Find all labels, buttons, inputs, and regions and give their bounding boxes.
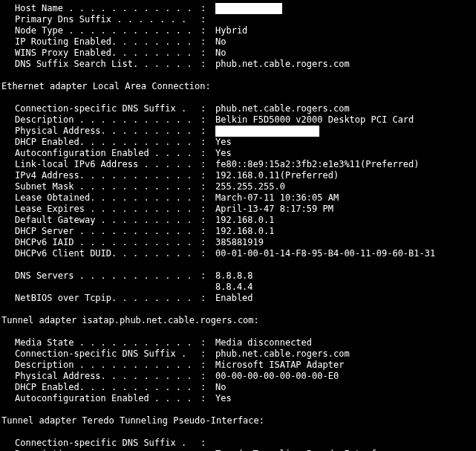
field-label: Physical Address. . . . . . . . . xyxy=(15,371,200,382)
separator: : xyxy=(200,170,215,181)
separator: : xyxy=(200,148,215,159)
field-value: phub.net.cable.rogers.com xyxy=(215,348,475,360)
field-label: Autoconfiguration Enabled . . . . xyxy=(15,148,200,159)
field-label: DNS Servers . . . . . . . . . . . xyxy=(15,270,200,282)
separator: : xyxy=(200,114,215,126)
separator: : xyxy=(200,270,215,282)
field-value: Hybrid xyxy=(215,25,475,36)
separator: : xyxy=(200,103,215,114)
output-row: Autoconfiguration Enabled . . . .: Yes xyxy=(1,393,475,404)
output-row: Primary Dns Suffix . . . . . . .: xyxy=(1,14,475,25)
section-header: Tunnel adapter Teredo Tunneling Pseudo-I… xyxy=(1,415,475,426)
field-value: Yes xyxy=(215,137,475,148)
separator: : xyxy=(200,337,215,348)
separator: : xyxy=(200,393,215,404)
field-label: Link-local IPv6 Address . . . . . xyxy=(15,159,200,170)
output-row: Default Gateway . . . . . . . . .: 192.1… xyxy=(1,215,475,226)
output-row: DHCP Enabled. . . . . . . . . . .: No xyxy=(1,382,475,393)
output-row: Physical Address. . . . . . . . .: xyxy=(1,126,475,137)
separator: : xyxy=(200,25,215,36)
field-value: Yes xyxy=(215,148,475,159)
field-value: 8.8.8.8 xyxy=(215,270,475,282)
output-row: Description . . . . . . . . . . .: Belki… xyxy=(1,114,475,126)
field-label: IPv4 Address. . . . . . . . . . . xyxy=(15,170,200,181)
blank-row xyxy=(1,326,475,337)
output-row: DHCP Enabled. . . . . . . . . . .: Yes xyxy=(1,137,475,148)
field-value: Media disconnected xyxy=(215,337,475,348)
output-row: WINS Proxy Enabled. . . . . . . .: No xyxy=(1,48,475,59)
field-label: Lease Expires . . . . . . . . . . xyxy=(15,204,200,215)
field-value: fe80::8e9:15a2:3fb2:e1e3%11(Preferred) xyxy=(215,159,475,170)
separator: : xyxy=(200,226,215,237)
field-label: Default Gateway . . . . . . . . . xyxy=(15,215,200,226)
output-row: Connection-specific DNS Suffix .: xyxy=(1,438,475,449)
separator: : xyxy=(200,348,215,360)
header-text: Tunnel adapter Teredo Tunneling Pseudo-I… xyxy=(1,415,264,426)
output-row: Description . . . . . . . . . . .: Micro… xyxy=(1,360,475,371)
field-label: Media State . . . . . . . . . . . xyxy=(15,337,200,348)
field-value: 255.255.255.0 xyxy=(215,181,475,192)
field-label: DHCP Enabled. . . . . . . . . . . xyxy=(15,137,200,148)
output-row: Host Name . . . . . . . . . . . .: xyxy=(1,3,475,14)
field-label: DHCP Server . . . . . . . . . . . xyxy=(15,226,200,237)
output-row: Link-local IPv6 Address . . . . .: fe80:… xyxy=(1,159,475,170)
output-row: DHCPv6 Client DUID. . . . . . . .: 00-01… xyxy=(1,248,475,259)
field-value: 192.168.0.1 xyxy=(215,226,475,237)
field-value: 192.168.0.1 xyxy=(215,215,475,226)
field-value: Yes xyxy=(215,393,475,404)
blank-row xyxy=(1,259,475,270)
ipconfig-output: Host Name . . . . . . . . . . . .: Prima… xyxy=(1,3,475,451)
output-row: DNS Servers . . . . . . . . . . .: 8.8.8… xyxy=(1,270,475,282)
output-row: DNS Suffix Search List. . . . . .: phub.… xyxy=(1,59,475,70)
field-label: Connection-specific DNS Suffix . xyxy=(15,103,200,114)
field-value: 00-00-00-00-00-00-00-E0 xyxy=(215,371,475,382)
blank-row xyxy=(1,92,475,103)
output-row: Lease Expires . . . . . . . . . .: April… xyxy=(1,204,475,215)
field-label: DHCP Enabled. . . . . . . . . . . xyxy=(15,382,200,393)
output-row: Physical Address. . . . . . . . .: 00-00… xyxy=(1,371,475,382)
field-label: Host Name . . . . . . . . . . . . xyxy=(15,3,200,14)
field-label: Description . . . . . . . . . . . xyxy=(15,360,200,371)
field-value: March-07-11 10:36:05 AM xyxy=(215,192,475,204)
output-row: Autoconfiguration Enabled . . . .: Yes xyxy=(1,148,475,159)
field-label: Lease Obtained. . . . . . . . . . xyxy=(15,192,200,204)
field-value: 8.8.4.4 xyxy=(215,282,475,293)
blank-row xyxy=(1,70,475,81)
field-value: phub.net.cable.rogers.com xyxy=(215,59,475,70)
output-row: 8.8.4.4 xyxy=(1,282,475,293)
separator: : xyxy=(200,59,215,70)
separator: : xyxy=(200,215,215,226)
output-row: IP Routing Enabled. . . . . . . .: No xyxy=(1,36,475,48)
header-text: Ethernet adapter Local Area Connection: xyxy=(1,81,211,92)
blank-row xyxy=(1,304,475,315)
separator: : xyxy=(200,438,215,449)
field-value: No xyxy=(215,48,475,59)
field-value: 385881919 xyxy=(215,237,475,248)
separator: : xyxy=(200,48,215,59)
field-value: Belkin F5D5000 v2000 Desktop PCI Card xyxy=(215,114,475,126)
section-header: Tunnel adapter isatap.phub.net.cable.rog… xyxy=(1,315,475,326)
separator: : xyxy=(200,382,215,393)
field-value: April-13-47 8:17:59 PM xyxy=(215,204,475,215)
output-row: IPv4 Address. . . . . . . . . . .: 192.1… xyxy=(1,170,475,181)
field-value: Enabled xyxy=(215,293,475,304)
output-row: DHCPv6 IAID . . . . . . . . . . .: 38588… xyxy=(1,237,475,248)
redacted-block xyxy=(215,126,319,137)
field-label: NetBIOS over Tcpip. . . . . . . . xyxy=(15,293,200,304)
field-value: Microsoft ISATAP Adapter xyxy=(215,360,475,371)
separator: : xyxy=(200,204,215,215)
output-row: Media State . . . . . . . . . . .: Media… xyxy=(1,337,475,348)
output-row: Node Type . . . . . . . . . . . .: Hybri… xyxy=(1,25,475,36)
separator: : xyxy=(200,126,215,137)
field-label: Connection-specific DNS Suffix . xyxy=(15,438,200,449)
separator: : xyxy=(200,36,215,48)
field-label: Connection-specific DNS Suffix . xyxy=(15,348,200,360)
field-label: Physical Address. . . . . . . . . xyxy=(15,126,200,137)
section-header: Ethernet adapter Local Area Connection: xyxy=(1,81,475,92)
field-label: IP Routing Enabled. . . . . . . . xyxy=(15,36,200,48)
field-value: No xyxy=(215,382,475,393)
separator: : xyxy=(200,3,215,14)
field-label: DNS Suffix Search List. . . . . . xyxy=(15,59,200,70)
redacted-block xyxy=(215,3,282,14)
field-label: DHCPv6 Client DUID. . . . . . . . xyxy=(15,248,200,259)
